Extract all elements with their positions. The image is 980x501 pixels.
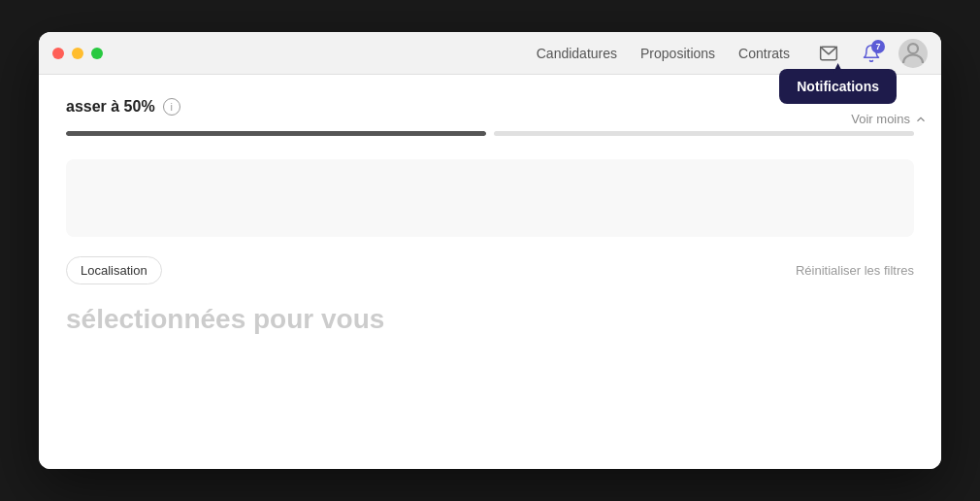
progress-bars <box>66 131 914 136</box>
progress-bar-1 <box>66 131 486 136</box>
minimize-button[interactable] <box>72 48 83 59</box>
mail-button[interactable] <box>813 38 844 69</box>
bell-button[interactable]: 7 <box>856 38 887 69</box>
titlebar: Candidatures Propositions Contrats <box>39 32 941 75</box>
content-area: Voir moins asser à 50% i Localis <box>39 75 941 469</box>
progress-bar-2 <box>494 131 914 136</box>
voir-moins-row: Voir moins <box>851 112 928 126</box>
close-button[interactable] <box>52 48 64 59</box>
progress-label: asser à 50% <box>66 98 155 116</box>
nav-icons: 7 <box>813 38 928 69</box>
svg-point-1 <box>908 44 918 53</box>
info-icon[interactable]: i <box>163 98 180 116</box>
avatar-button[interactable] <box>898 39 928 68</box>
traffic-lights <box>52 48 103 59</box>
section-title: sélectionnées pour vous <box>66 304 914 335</box>
filter-localisation[interactable]: Localisation <box>66 256 162 284</box>
bell-badge: 7 <box>871 40 885 53</box>
nav-contrats[interactable]: Contrats <box>738 46 790 61</box>
nav-candidatures[interactable]: Candidatures <box>537 46 617 61</box>
notification-tooltip: Notifications <box>779 69 897 104</box>
maximize-button[interactable] <box>91 48 103 59</box>
voir-moins-button[interactable]: Voir moins <box>851 112 928 126</box>
nav-propositions[interactable]: Propositions <box>640 46 715 61</box>
filter-tags: Localisation <box>66 256 162 284</box>
content-block <box>66 159 914 237</box>
reset-filters-link[interactable]: Réinitialiser les filtres <box>796 263 914 278</box>
filter-row: Localisation Réinitialiser les filtres <box>66 256 914 284</box>
app-window: Candidatures Propositions Contrats <box>39 32 941 469</box>
